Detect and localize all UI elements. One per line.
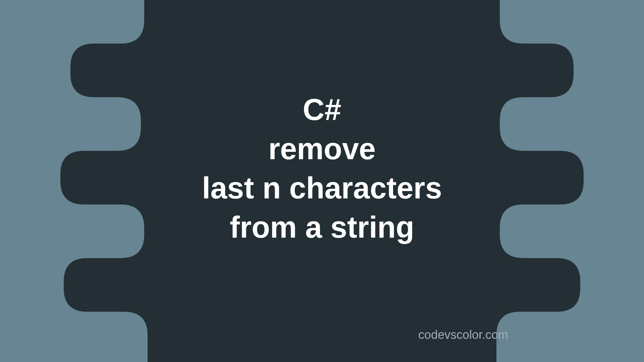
title-line-3: last n characters xyxy=(0,169,644,208)
title-line-4: from a string xyxy=(0,208,644,247)
title-line-1: C# xyxy=(0,90,644,129)
main-title: C# remove last n characters from a strin… xyxy=(0,90,644,247)
watermark: codevscolor.com xyxy=(418,328,508,342)
title-line-2: remove xyxy=(0,129,644,169)
